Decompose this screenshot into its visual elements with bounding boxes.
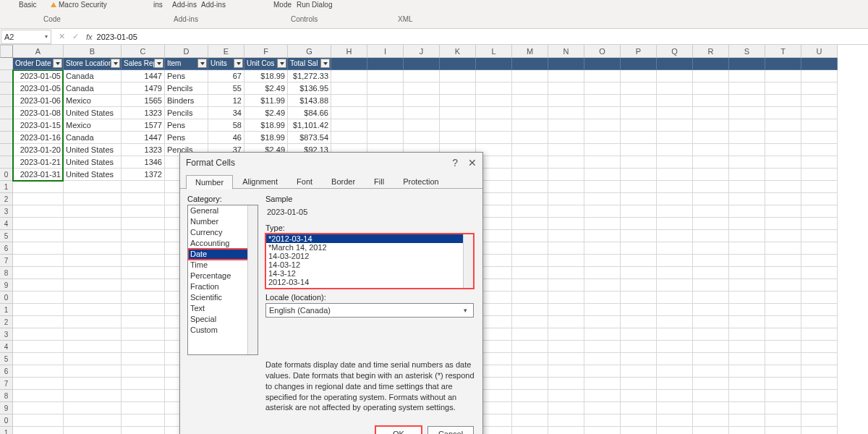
cell[interactable]	[548, 353, 584, 365]
cell[interactable]	[801, 132, 838, 144]
table-header-cell[interactable]	[801, 58, 838, 70]
cell[interactable]	[440, 119, 476, 132]
cell[interactable]	[657, 193, 693, 205]
cell[interactable]	[657, 279, 693, 292]
cell[interactable]	[693, 169, 729, 181]
type-listbox[interactable]: *2012-03-14*March 14, 201214-03-201214-0…	[265, 234, 474, 289]
cell[interactable]	[621, 95, 657, 107]
cell[interactable]	[64, 218, 122, 230]
chevron-down-icon[interactable]: ▾	[45, 33, 48, 40]
cell[interactable]	[584, 365, 621, 378]
cell[interactable]: 1565	[122, 95, 165, 107]
cell[interactable]	[512, 378, 548, 390]
cell[interactable]	[801, 156, 838, 169]
cell[interactable]	[584, 255, 621, 267]
cell[interactable]	[801, 316, 838, 328]
cell[interactable]: $18.99	[244, 119, 288, 132]
cell[interactable]	[621, 156, 657, 169]
cell[interactable]	[657, 205, 693, 218]
cell[interactable]	[548, 341, 584, 353]
cell[interactable]	[657, 341, 693, 353]
column-header[interactable]: S	[729, 45, 765, 58]
cell[interactable]: United States	[64, 107, 122, 119]
cell[interactable]	[404, 107, 440, 119]
cell[interactable]	[13, 255, 64, 267]
cell[interactable]	[693, 414, 729, 427]
row-header[interactable]	[0, 119, 13, 132]
cell[interactable]	[13, 267, 64, 279]
cell[interactable]	[13, 193, 64, 205]
cell[interactable]	[476, 119, 512, 132]
cell[interactable]	[404, 70, 440, 82]
cell[interactable]	[476, 82, 512, 95]
cell[interactable]	[621, 119, 657, 132]
cell[interactable]	[729, 365, 765, 378]
cell[interactable]	[729, 132, 765, 144]
row-header[interactable]: 1	[0, 427, 13, 434]
cell[interactable]	[621, 181, 657, 193]
row-header[interactable]: 7	[0, 255, 13, 267]
row-header[interactable]: 2	[0, 316, 13, 328]
cell[interactable]	[765, 132, 801, 144]
cell[interactable]	[122, 378, 165, 390]
table-header-cell[interactable]: Unit Cos	[244, 58, 288, 70]
table-header-cell[interactable]	[367, 58, 404, 70]
cell[interactable]	[657, 169, 693, 181]
cell[interactable]	[512, 218, 548, 230]
row-header[interactable]	[0, 58, 13, 70]
cell[interactable]	[765, 353, 801, 365]
cell[interactable]	[331, 82, 367, 95]
cell[interactable]	[367, 107, 404, 119]
cell[interactable]	[765, 402, 801, 414]
cell[interactable]	[548, 279, 584, 292]
cell[interactable]	[621, 292, 657, 304]
table-header-cell[interactable]	[584, 58, 621, 70]
dialog-tab[interactable]: Protection	[393, 174, 448, 189]
cell[interactable]	[801, 279, 838, 292]
cell[interactable]	[729, 353, 765, 365]
cell[interactable]: 2023-01-16	[13, 132, 64, 144]
type-item[interactable]: 12-03-14	[266, 286, 473, 289]
cell[interactable]	[512, 242, 548, 255]
cell[interactable]: 2023-01-15	[13, 119, 64, 132]
cell[interactable]	[621, 402, 657, 414]
column-header[interactable]: P	[621, 45, 657, 58]
cell[interactable]	[693, 242, 729, 255]
cell[interactable]	[512, 341, 548, 353]
cell[interactable]	[765, 119, 801, 132]
cell[interactable]	[367, 95, 404, 107]
cell[interactable]	[729, 70, 765, 82]
filter-dropdown-icon[interactable]	[197, 59, 207, 68]
table-header-cell[interactable]: Total Sal	[288, 58, 331, 70]
cell[interactable]	[548, 132, 584, 144]
cell[interactable]	[512, 353, 548, 365]
cell[interactable]	[512, 390, 548, 402]
cell[interactable]	[13, 230, 64, 242]
cell[interactable]	[440, 95, 476, 107]
cell[interactable]	[657, 414, 693, 427]
cell[interactable]	[621, 255, 657, 267]
cell[interactable]	[122, 242, 165, 255]
cell[interactable]: 46	[208, 132, 244, 144]
row-header[interactable]: 6	[0, 365, 13, 378]
table-header-cell[interactable]	[512, 58, 548, 70]
cell[interactable]	[765, 341, 801, 353]
cell[interactable]: $18.99	[244, 132, 288, 144]
row-header[interactable]: 6	[0, 242, 13, 255]
cell[interactable]	[765, 218, 801, 230]
cell[interactable]	[729, 390, 765, 402]
cell[interactable]	[122, 402, 165, 414]
cell[interactable]: $136.95	[288, 82, 331, 95]
cell[interactable]	[693, 390, 729, 402]
cell[interactable]: Mexico	[64, 95, 122, 107]
cell[interactable]	[548, 230, 584, 242]
cell[interactable]	[657, 95, 693, 107]
cell[interactable]	[765, 390, 801, 402]
cell[interactable]	[621, 414, 657, 427]
cell[interactable]	[122, 181, 165, 193]
cell[interactable]	[729, 107, 765, 119]
cell[interactable]	[621, 205, 657, 218]
cell[interactable]	[476, 95, 512, 107]
scrollbar[interactable]	[247, 205, 258, 354]
cell[interactable]	[584, 279, 621, 292]
